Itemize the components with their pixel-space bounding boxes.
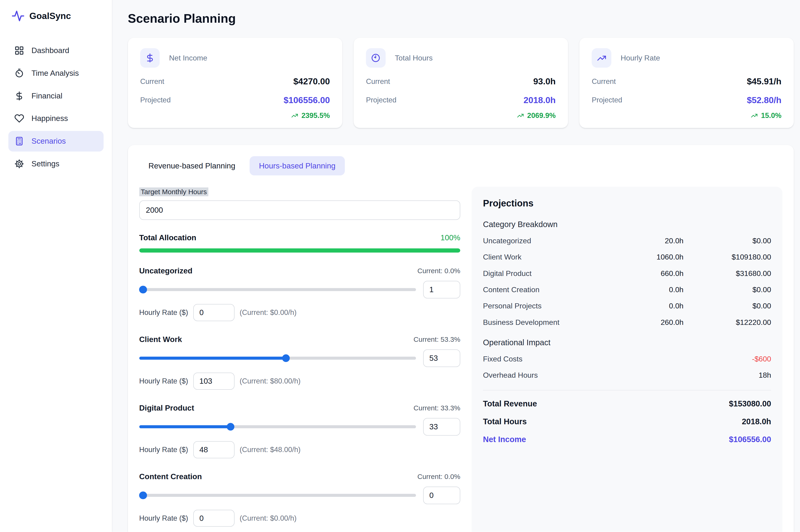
app-name: GoalSync [30,11,71,21]
tab-revenue-based-planning[interactable]: Revenue-based Planning [139,156,245,175]
rate-current-text: (Current: $48.00/h) [240,445,301,454]
stat-card-label: Hourly Rate [621,54,660,62]
sidebar-item-financial[interactable]: Financial [8,86,104,106]
timer-icon [14,68,24,78]
trending-up-icon [751,112,758,119]
allocation-value-input[interactable] [423,418,460,436]
target-hours-label: Target Monthly Hours [139,187,209,196]
allocation-editor: Target Monthly Hours Total Allocation 10… [139,187,460,532]
category-current-percent: Current: 0.0% [417,473,460,480]
page-title: Scenario Planning [128,11,794,25]
sidebar-item-label: Happiness [32,114,68,123]
delta-value: 15.0% [761,111,781,120]
stat-card-total-hours: Total Hours Current93.0h Projected2018.0… [354,38,568,128]
hourly-rate-input[interactable] [193,373,234,390]
clock-icon [366,48,386,68]
delta-badge: 15.0% [592,111,781,120]
sidebar-item-happiness[interactable]: Happiness [8,108,104,129]
slider-thumb[interactable] [282,354,290,362]
tab-hours-based-planning[interactable]: Hours-based Planning [250,156,345,175]
net-income-row: Net Income$106556.00 [483,435,771,444]
category-name: Digital Product [139,404,194,413]
heart-icon [14,114,24,123]
app-root: GoalSync Dashboard Time Analysis Financi… [0,0,800,532]
breakdown-row: Client Work1060.0h$109180.00 [483,253,771,261]
hourly-rate-label: Hourly Rate ($) [139,308,188,317]
projected-value: $106556.00 [284,95,330,105]
breakdown-row: Content Creation0.0h$0.00 [483,285,771,294]
category-block-digital-product: Digital Product Current: 33.3% Hourly Ra… [139,404,460,458]
hourly-rate-label: Hourly Rate ($) [139,514,188,522]
target-hours-input[interactable] [139,201,460,220]
sidebar-item-label: Settings [32,159,60,168]
category-block-content-creation: Content Creation Current: 0.0% Hourly Ra… [139,472,460,527]
category-name: Content Creation [139,472,202,481]
category-slider[interactable] [139,285,416,294]
category-block-uncategorized: Uncategorized Current: 0.0% Hourly Rate … [139,266,460,321]
category-slider[interactable] [139,354,416,362]
dollar-icon [14,91,24,101]
delta-badge: 2395.5% [140,111,330,120]
projected-value: 2018.0h [523,95,556,105]
calculator-icon [14,136,24,146]
trending-up-icon [291,112,298,119]
gear-icon [14,159,24,169]
scenario-panel: Revenue-based Planning Hours-based Plann… [128,145,794,532]
stat-card-net-income: Net Income Current$4270.00 Projected$106… [128,38,342,128]
slider-thumb[interactable] [139,286,147,293]
slider-thumb[interactable] [227,423,234,431]
category-block-client-work: Client Work Current: 53.3% Hourly Rate (… [139,335,460,390]
main-content: Scenario Planning Net Income Current$427… [112,0,800,532]
delta-badge: 2069.9% [366,111,556,120]
projected-label: Projected [140,96,171,104]
category-slider[interactable] [139,423,416,431]
allocation-value-input[interactable] [423,281,460,299]
sidebar-item-label: Time Analysis [32,69,79,78]
hourly-rate-input[interactable] [193,304,234,321]
current-label: Current [592,77,616,86]
category-current-percent: Current: 53.3% [414,336,460,343]
allocation-progress-bar [139,248,460,252]
category-name: Uncategorized [139,266,193,275]
projections-title: Projections [483,198,771,209]
impact-row-fixed-costs: Fixed Costs-$600 [483,355,771,363]
total-allocation-percent: 100% [441,233,460,242]
total-allocation-label: Total Allocation [139,233,196,242]
delta-value: 2395.5% [302,111,330,120]
dollar-icon [140,48,160,68]
stat-card-hourly-rate: Hourly Rate Current$45.91/h Projected$52… [579,38,794,128]
sidebar-item-dashboard[interactable]: Dashboard [8,40,104,61]
allocation-progress-fill [139,248,460,252]
category-breakdown-title: Category Breakdown [483,220,771,229]
delta-value: 2069.9% [527,111,556,120]
grid-icon [14,46,24,55]
current-label: Current [366,77,390,86]
sidebar-item-scenarios[interactable]: Scenarios [8,131,104,152]
projected-value: $52.80/h [747,95,781,105]
sidebar-item-label: Dashboard [32,46,69,55]
stat-card-label: Total Hours [395,54,433,62]
hourly-rate-input[interactable] [193,441,234,458]
category-slider[interactable] [139,491,416,499]
current-value: $4270.00 [293,76,330,87]
sidebar-item-label: Financial [32,92,62,100]
sidebar-item-time-analysis[interactable]: Time Analysis [8,63,104,83]
current-value: 93.0h [533,76,556,87]
total-hours-row: Total Hours2018.0h [483,417,771,426]
hourly-rate-input[interactable] [193,510,234,527]
breakdown-row: Personal Projects0.0h$0.00 [483,302,771,310]
breakdown-row: Digital Product660.0h$31680.00 [483,269,771,278]
allocation-value-input[interactable] [423,349,460,367]
slider-thumb[interactable] [139,491,147,499]
allocation-value-input[interactable] [423,487,460,504]
sidebar: GoalSync Dashboard Time Analysis Financi… [0,0,112,532]
planning-tabs: Revenue-based Planning Hours-based Plann… [139,156,783,175]
operational-impact-title: Operational Impact [483,338,771,347]
activity-logo-icon [11,9,25,23]
rate-current-text: (Current: $0.00/h) [240,514,297,522]
hourly-rate-label: Hourly Rate ($) [139,445,188,454]
app-logo: GoalSync [8,9,104,23]
current-label: Current [140,77,164,86]
sidebar-item-settings[interactable]: Settings [8,154,104,174]
category-name: Client Work [139,335,182,344]
